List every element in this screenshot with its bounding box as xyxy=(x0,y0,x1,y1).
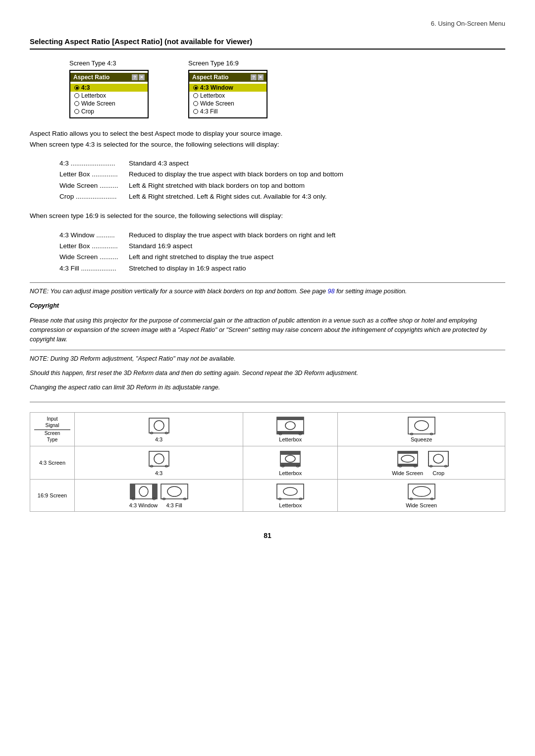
radio-dot-empty xyxy=(74,93,79,98)
diagram-cell-169-ws: Wide Screen xyxy=(338,479,505,511)
menu-icons: ? ✕ xyxy=(132,74,145,80)
svg-rect-19 xyxy=(280,451,300,455)
svg-rect-25 xyxy=(398,451,418,454)
menu-box-169: Aspect Ratio ? ✕ 4:3 Window Letterbox Wi… xyxy=(188,70,268,118)
diag-43-lb xyxy=(278,449,303,469)
list-row-43-3: Wide Screen .......... Left & Right stre… xyxy=(59,181,505,191)
svg-point-47 xyxy=(283,487,297,495)
menu-icon-help-169: ? xyxy=(251,74,257,80)
svg-point-17 xyxy=(154,454,164,464)
copyright-label: Copyright xyxy=(30,301,505,311)
menu-item-169-letterbox[interactable]: Letterbox xyxy=(189,92,267,100)
svg-rect-38 xyxy=(152,484,157,499)
diagram-cell-169-43win-fill: 4:3 Window 4:3 Fill xyxy=(75,479,243,511)
list-row-169-2: Letter Box .............. Standard 16:9 … xyxy=(59,241,505,251)
diag-43-ws xyxy=(395,449,420,469)
menu-icon-close-169: ✕ xyxy=(258,74,264,80)
diag-43-43 xyxy=(147,449,171,469)
note1-block: NOTE: You can adjust image position vert… xyxy=(30,282,505,345)
diag-input-43 xyxy=(147,416,171,435)
list-row-169-1: 4:3 Window .......... Reduced to display… xyxy=(59,230,505,240)
menu-item-169-selected[interactable]: 4:3 Window xyxy=(189,84,267,92)
diagram-header-squeeze: Squeeze xyxy=(338,412,505,446)
list-row-43-4: Crop ...................... Left & Right… xyxy=(59,192,505,202)
svg-point-33 xyxy=(433,454,443,463)
diag-169-43win-wrap: 4:3 Window xyxy=(129,483,158,508)
diag-43-crop xyxy=(426,449,451,469)
note2-block: NOTE: During 3D Reform adjustment, "Aspe… xyxy=(30,350,505,402)
copyright-text: Please note that using this projector fo… xyxy=(30,316,505,345)
diagram-row-43screen-label: 4:3 Screen xyxy=(30,446,75,479)
menu-item-43-selected[interactable]: 4:3 xyxy=(70,84,148,92)
diag-169-ws xyxy=(407,483,436,501)
menu-icons-169: ? ✕ xyxy=(251,74,264,80)
diagram-row-169screen-label: 16:9 Screen xyxy=(30,479,75,511)
menu-box-43-title: Aspect Ratio ? ✕ xyxy=(70,73,148,82)
radio-dot-empty3 xyxy=(74,109,79,114)
menu-item-43-crop[interactable]: Crop xyxy=(70,108,148,115)
svg-point-13 xyxy=(415,421,428,431)
diagram-header-row: Input Signal Screen Type 4:3 xyxy=(30,412,505,446)
page-header: 6. Using On-Screen Menu xyxy=(30,20,505,27)
note2-line2: Should this happen, first reset the 3D R… xyxy=(30,369,505,378)
diagram-cell-43-widescreen-crop: Wide Screen Crop xyxy=(338,446,505,479)
svg-rect-10 xyxy=(408,417,435,434)
description-block-1: Aspect Ratio allows you to select the be… xyxy=(30,128,505,150)
list-row-169-3: Wide Screen .......... Left and right st… xyxy=(59,252,505,262)
svg-rect-30 xyxy=(428,451,448,466)
note1-text: NOTE: You can adjust image position vert… xyxy=(30,287,505,296)
svg-point-23 xyxy=(285,455,295,462)
menu-box-43: Aspect Ratio ? ✕ 4:3 Letterbox Wide Scre… xyxy=(69,70,149,118)
radio-dot-169-filled xyxy=(193,85,198,90)
diag-43-crop-wrap: Crop xyxy=(426,449,451,476)
menu-item-169-fill[interactable]: 4:3 Fill xyxy=(189,108,267,115)
menu-item-43-letterbox[interactable]: Letterbox xyxy=(70,92,148,100)
menu-box-169-title: Aspect Ratio ? ✕ xyxy=(189,73,267,82)
radio-dot-169-ws xyxy=(193,101,198,106)
description-block-2: When screen type 16:9 is selected for th… xyxy=(30,211,505,221)
diagram-header-letterbox: Letterbox xyxy=(243,412,338,446)
svg-point-27 xyxy=(401,455,414,462)
diag-169-lb xyxy=(276,483,305,501)
radio-dot-filled xyxy=(74,85,79,90)
screen-type-43-block: Screen Type 4:3 Aspect Ratio ? ✕ 4:3 Let… xyxy=(69,59,149,118)
page-number: 81 xyxy=(30,532,505,540)
svg-point-39 xyxy=(139,486,148,496)
screen43-label: Screen Type 4:3 xyxy=(69,59,149,67)
list-row-169-4: 4:3 Fill ................... Stretched t… xyxy=(59,264,505,273)
menu-icon-help: ? xyxy=(132,74,138,80)
radio-dot-169-lb xyxy=(193,93,198,98)
diagram-cell-43-letterbox: Letterbox xyxy=(243,446,338,479)
section-title: Selecting Aspect Ratio [Aspect Ratio] (n… xyxy=(30,37,505,50)
menu-item-43-widescreen[interactable]: Wide Screen xyxy=(70,100,148,108)
diag-43-ws-wrap: Wide Screen xyxy=(392,449,423,476)
svg-point-51 xyxy=(413,486,430,496)
screen-type-169-block: Screen Type 16:9 Aspect Ratio ? ✕ 4:3 Wi… xyxy=(188,59,268,118)
list-169: 4:3 Window .......... Reduced to display… xyxy=(59,230,505,273)
radio-dot-169-fill xyxy=(193,109,198,114)
menu-icon-close: ✕ xyxy=(139,74,145,80)
diag-input-squeeze xyxy=(407,416,436,435)
diagram-cell-43-43: 4:3 xyxy=(75,446,243,479)
svg-point-9 xyxy=(285,422,295,430)
diag-169-43win xyxy=(129,483,158,501)
diagram-header-43: 4:3 xyxy=(75,412,243,446)
svg-point-43 xyxy=(167,486,181,496)
note2-line1: NOTE: During 3D Reform adjustment, "Aspe… xyxy=(30,354,505,364)
diagram-cell-169-lb: Letterbox xyxy=(243,479,338,511)
note2-line3: Changing the aspect ratio can limit 3D R… xyxy=(30,383,505,392)
diagram-row-43screen: 4:3 Screen 4:3 xyxy=(30,446,505,479)
diag-169-43fill-wrap: 4:3 Fill xyxy=(160,483,189,508)
svg-rect-6 xyxy=(277,431,304,434)
radio-dot-empty2 xyxy=(74,101,79,106)
diagram-table: Input Signal Screen Type 4:3 xyxy=(30,412,505,512)
svg-rect-37 xyxy=(130,484,135,499)
diag-169-43fill xyxy=(160,483,189,501)
svg-rect-26 xyxy=(398,464,418,466)
menu-item-169-widescreen[interactable]: Wide Screen xyxy=(189,100,267,108)
svg-point-3 xyxy=(154,421,164,431)
header-text: 6. Using On-Screen Menu xyxy=(431,20,505,27)
svg-rect-20 xyxy=(280,463,300,466)
diag-input-letterbox xyxy=(275,416,305,435)
svg-rect-5 xyxy=(277,417,304,420)
